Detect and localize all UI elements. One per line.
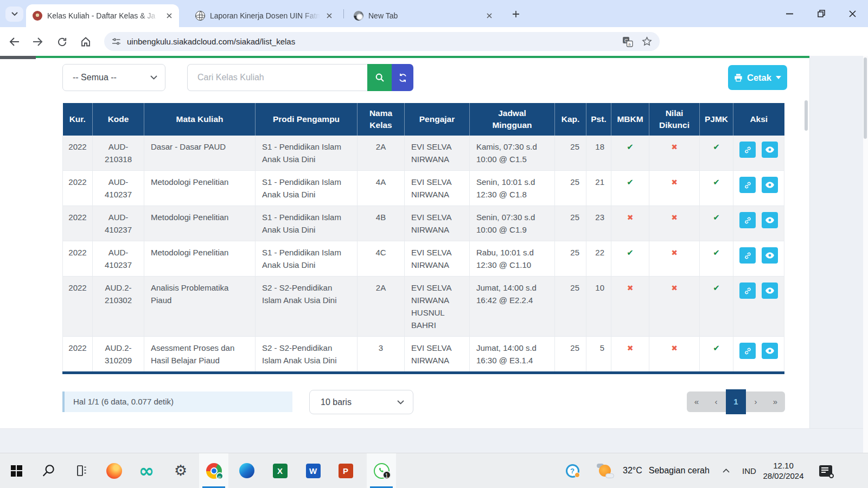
cell-jadwal: Senin, 07:30 s.d 10:00 @ C1.9 xyxy=(470,206,555,241)
cell-aksi xyxy=(733,337,784,373)
view-button[interactable] xyxy=(762,142,778,158)
tray-expand-button[interactable] xyxy=(717,453,735,488)
cell-nama-kelas: 3 xyxy=(358,337,405,373)
table-row: 2022 AUD-410237 Metodologi Penelitian S1… xyxy=(63,171,784,206)
gear-icon: ⚙ xyxy=(174,463,187,478)
chrome-button[interactable]: e xyxy=(199,453,228,488)
address-bar[interactable]: uinbengkulu.siakadcloud.com/siakad/list_… xyxy=(104,32,660,51)
link-button[interactable] xyxy=(739,177,756,193)
semester-filter-select[interactable]: -- Semua -- xyxy=(62,64,165,91)
cell-mbkm: ✔ xyxy=(611,171,649,206)
back-icon xyxy=(9,36,20,47)
whatsapp-icon: 1 xyxy=(374,463,390,479)
link-icon xyxy=(744,216,752,224)
link-icon xyxy=(744,347,752,355)
firefox-button[interactable] xyxy=(102,453,126,488)
cell-kurikulum: 2022 xyxy=(63,337,93,373)
reload-button[interactable] xyxy=(55,35,68,48)
tab-laporan-kinerja[interactable]: Laporan Kinerja Dosen UIN Fatm xyxy=(189,4,339,27)
tab-new-tab[interactable]: New Tab xyxy=(347,4,499,27)
rows-per-page-select[interactable]: 10 baris xyxy=(309,390,413,414)
window-restore-button[interactable] xyxy=(809,0,834,27)
pagination-page-1[interactable]: 1 xyxy=(726,389,746,414)
view-button[interactable] xyxy=(762,247,778,264)
action-center-button[interactable] xyxy=(815,453,837,488)
view-button[interactable] xyxy=(762,343,778,359)
weather-widget[interactable]: 32°C Sebagian cerah xyxy=(623,453,710,488)
tab-kelas-kuliah[interactable]: Kelas Kuliah - Daftar Kelas & Ja xyxy=(26,4,179,27)
powerpoint-button[interactable]: P xyxy=(334,453,358,488)
task-view-button[interactable] xyxy=(69,453,93,488)
pagination-last-button[interactable]: » xyxy=(765,391,785,412)
page-content: -- Semua -- Cetak Kur.KodeMata KuliahPro… xyxy=(0,56,868,453)
refresh-button[interactable] xyxy=(392,64,413,91)
cell-prodi: S1 - Pendidikan Islam Anak Usia Dini xyxy=(256,206,358,241)
taskbar-clock[interactable]: 12.10 28/02/2024 xyxy=(761,453,806,488)
print-button-label: Cetak xyxy=(747,73,771,83)
help-tray-button[interactable]: ? xyxy=(560,453,584,488)
table-scrollbar-thumb[interactable] xyxy=(805,100,808,131)
translate-button[interactable]: Ga xyxy=(622,36,633,47)
whatsapp-button[interactable]: 1 xyxy=(367,453,396,488)
table-row: 2022 AUD-410237 Metodologi Penelitian S1… xyxy=(63,206,784,241)
taskbar-search-button[interactable] xyxy=(37,453,61,488)
view-button[interactable] xyxy=(762,282,778,299)
clock-date: 28/02/2024 xyxy=(763,471,803,481)
loop-app-button[interactable]: ∞ xyxy=(135,453,158,488)
start-button[interactable] xyxy=(4,453,28,488)
link-button[interactable] xyxy=(739,247,756,264)
cell-pjmk: ✔ xyxy=(700,277,733,337)
link-button[interactable] xyxy=(739,142,756,158)
window-close-button[interactable] xyxy=(840,0,865,27)
select-value: -- Semua -- xyxy=(73,73,150,82)
weather-tray-button[interactable] xyxy=(593,453,617,488)
print-button[interactable]: Cetak xyxy=(728,65,787,90)
settings-button[interactable]: ⚙ xyxy=(169,453,193,488)
windows-logo-icon xyxy=(11,465,22,477)
bookmark-button[interactable] xyxy=(642,36,652,47)
cell-kapasitas: 25 xyxy=(555,171,586,206)
chevron-down-icon xyxy=(11,12,18,16)
cell-kurikulum: 2022 xyxy=(63,136,93,171)
tab-close-icon[interactable] xyxy=(484,11,494,21)
home-button[interactable] xyxy=(79,35,92,48)
cell-nama-kelas: 4B xyxy=(358,206,405,241)
link-button[interactable] xyxy=(739,343,756,359)
view-button[interactable] xyxy=(762,177,778,193)
tab-close-icon[interactable] xyxy=(324,11,334,21)
excel-button[interactable]: X xyxy=(268,453,292,488)
table-row: 2022 AUD.2-310209 Asessment Proses dan H… xyxy=(63,337,784,373)
edge-button[interactable] xyxy=(235,453,259,488)
search-input[interactable] xyxy=(187,64,367,91)
link-button[interactable] xyxy=(739,212,756,228)
column-header: Prodi Pengampu xyxy=(256,103,358,136)
language-label: IND xyxy=(742,466,756,476)
link-button[interactable] xyxy=(739,282,756,299)
cross-icon: ✖ xyxy=(671,143,678,151)
cell-peserta: 23 xyxy=(586,206,611,241)
cell-kode: AUD-210318 xyxy=(93,136,144,171)
edge-icon xyxy=(239,463,254,478)
pagination-first-button[interactable]: « xyxy=(687,391,706,412)
cell-pengajar: EVI SELVA NIRWANA xyxy=(405,337,470,373)
view-button[interactable] xyxy=(762,212,778,228)
forward-button[interactable] xyxy=(31,35,44,48)
translate-icon: Ga xyxy=(622,36,633,47)
tab-search-button[interactable] xyxy=(5,7,23,22)
tab-close-icon[interactable] xyxy=(164,11,174,21)
language-indicator[interactable]: IND xyxy=(742,453,756,488)
word-button[interactable]: W xyxy=(301,453,325,488)
search-button[interactable] xyxy=(367,64,392,91)
check-icon: ✔ xyxy=(713,248,720,258)
cell-prodi: S1 - Pendidikan Islam Anak Usia Dini xyxy=(256,241,358,277)
cell-mbkm: ✖ xyxy=(611,277,649,337)
browser-scrollbar[interactable] xyxy=(863,56,868,453)
cell-peserta: 5 xyxy=(586,337,611,373)
weather-desc: Sebagian cerah xyxy=(649,466,710,476)
new-tab-button[interactable] xyxy=(509,7,523,21)
pagination-next-button[interactable]: › xyxy=(746,391,765,412)
window-minimize-button[interactable] xyxy=(777,0,802,27)
scrollbar-thumb[interactable] xyxy=(864,57,867,139)
back-button[interactable] xyxy=(8,35,21,48)
pagination-prev-button[interactable]: ‹ xyxy=(706,391,726,412)
